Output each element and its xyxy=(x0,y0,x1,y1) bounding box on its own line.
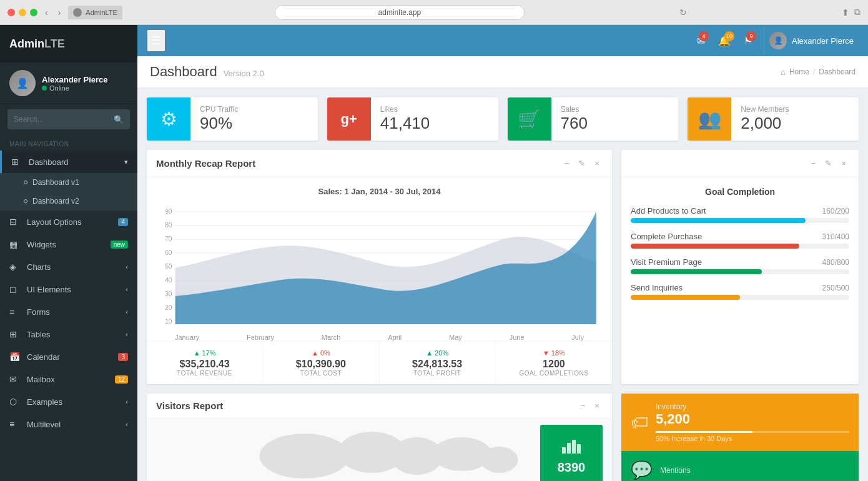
inventory-progress-bar xyxy=(656,431,752,433)
cards-row: Monthly Recap Report − ✎ × Sales: 1 Jan,… xyxy=(147,150,859,384)
share-button[interactable]: ⬆ xyxy=(842,7,849,17)
goal-completion-header: − ✎ × xyxy=(621,150,859,177)
revenue-trend: ▲ 17% xyxy=(156,349,253,357)
inventory-progress xyxy=(656,431,849,433)
goal-row-inquiries: Send Inquiries 250/500 xyxy=(631,283,849,292)
stat-value-sales: 760 xyxy=(561,114,669,133)
nav-user[interactable]: 👤 Alexander Pierce xyxy=(764,27,859,54)
new-tab-button[interactable]: ⧉ xyxy=(854,7,861,17)
sidebar-item-forms[interactable]: ≡ Forms ‹ xyxy=(0,300,137,323)
stat-label-sales: Sales xyxy=(561,105,669,114)
goal-completion-heading: Goal Completion xyxy=(631,187,849,197)
search-icon[interactable]: 🔍 xyxy=(114,115,124,124)
bell-badge: 10 xyxy=(724,31,734,41)
sidebar-item-dashboard-v1[interactable]: Dashboard v1 xyxy=(0,173,137,192)
sidebar-item-calendar[interactable]: 📅 Calendar 3 xyxy=(0,345,137,368)
cost-amount: $10,390.90 xyxy=(272,359,369,370)
calendar-icon: 📅 xyxy=(9,352,22,362)
goal-item-premium: Visit Premium Page 480/800 xyxy=(631,257,849,274)
minimize-button[interactable] xyxy=(19,9,26,16)
sidebar-item-multilevel[interactable]: ≡ Multilevel ‹ xyxy=(0,413,137,435)
minimize-card-button[interactable]: − xyxy=(561,157,573,169)
address-bar[interactable]: adminlte.app xyxy=(275,5,525,20)
forms-icon: ≡ xyxy=(9,307,22,317)
sidebar-menu: ⊞ Dashboard ▾ Dashboard v1 Dashboard v2 … xyxy=(0,151,137,481)
sidebar-section-title: MAIN NAVIGATION xyxy=(0,134,137,151)
minimize-goal-button[interactable]: − xyxy=(808,157,819,169)
visitors-header: Visitors Report − × xyxy=(147,394,612,419)
tag-icon: 🏷 xyxy=(631,412,648,433)
goal-completion-body: Goal Completion Add Products to Cart 160… xyxy=(621,177,859,318)
svg-text:80: 80 xyxy=(165,222,172,229)
goal-bar-purchase xyxy=(631,244,849,249)
goal-item-purchase: Complete Purchase 310/400 xyxy=(631,232,849,249)
submenu-dot-icon xyxy=(24,181,27,184)
mail-button[interactable]: ✉ 4 xyxy=(692,30,710,52)
minimize-visitors-button[interactable]: − xyxy=(578,400,589,412)
svg-rect-23 xyxy=(562,447,566,454)
chevron-left-icon: ‹ xyxy=(126,398,128,405)
monthly-recap-body: Sales: 1 Jan, 2014 - 30 Jul, 2014 xyxy=(147,177,612,341)
url-text: adminlte.app xyxy=(378,8,422,17)
sidebar-item-mailbox[interactable]: ✉ Mailbox 12 xyxy=(0,368,137,390)
traffic-lights xyxy=(7,9,37,16)
svg-point-18 xyxy=(260,434,350,479)
stat-icon-likes: g+ xyxy=(327,97,371,141)
sidebar-item-tables[interactable]: ⊞ Tables ‹ xyxy=(0,323,137,345)
mentions-card: 💬 Mentions xyxy=(621,451,859,481)
completions-desc: GOAL COMPLETIONS xyxy=(505,370,603,377)
breadcrumb: ⌂ Home / Dashboard xyxy=(781,67,856,77)
stat-info-cpu: CPU Traffic 90% xyxy=(190,97,318,141)
app-wrapper: AdminLTE 👤 Alexander Pierce Online 🔍 MAI… xyxy=(0,25,868,481)
completions-trend: ▼ 18% xyxy=(505,349,603,357)
inventory-card: 🏷 Inventory 5,200 50% Increase in 30 Day… xyxy=(621,394,859,451)
stat-info-members: New Members 2,000 xyxy=(731,97,859,141)
main-content: ☰ ✉ 4 🔔 10 ⚑ 9 👤 Alexander Pierce xyxy=(137,25,868,481)
browser-tab[interactable]: AdminLTE xyxy=(68,6,122,19)
sidebar-item-dashboard[interactable]: ⊞ Dashboard ▾ xyxy=(0,151,137,173)
page-title-area: Dashboard Version 2.0 xyxy=(150,64,264,80)
submenu-dot-icon xyxy=(24,199,27,203)
inventory-label: Inventory xyxy=(656,402,849,411)
maximize-button[interactable] xyxy=(30,9,37,16)
sidebar-item-examples[interactable]: ⬡ Examples ‹ xyxy=(0,390,137,413)
dashboard-icon: ⊞ xyxy=(11,157,24,167)
close-card-button[interactable]: × xyxy=(591,157,603,169)
stat-label-likes: Likes xyxy=(380,105,489,114)
sidebar-item-widgets[interactable]: ▦ Widgets new xyxy=(0,233,137,255)
sidebar-search-area: 🔍 xyxy=(0,104,137,134)
hamburger-button[interactable]: ☰ xyxy=(147,29,165,52)
refresh-button[interactable]: ↻ xyxy=(677,6,689,19)
sidebar-item-layout[interactable]: ⊟ Layout Options 4 xyxy=(0,211,137,233)
goal-row-cart: Add Products to Cart 160/200 xyxy=(631,206,849,216)
stat-box-sales: 🛒 Sales 760 xyxy=(508,97,679,141)
goal-value-inquiries: 250/500 xyxy=(822,284,849,292)
sidebar-item-charts[interactable]: ◈ Charts ‹ xyxy=(0,255,137,278)
stat-completions: ▼ 18% 1200 GOAL COMPLETIONS xyxy=(496,342,612,384)
edit-card-button[interactable]: ✎ xyxy=(575,157,588,169)
close-visitors-button[interactable]: × xyxy=(591,400,603,412)
goal-label-purchase: Complete Purchase xyxy=(631,232,702,241)
chevron-left-icon: ‹ xyxy=(126,263,128,270)
visitors-report-card: Visitors Report − × xyxy=(147,394,612,481)
bell-button[interactable]: 🔔 10 xyxy=(713,30,736,52)
goal-bar-premium xyxy=(631,269,849,274)
sidebar-item-ui[interactable]: ◻ UI Elements ‹ xyxy=(0,278,137,300)
monthly-recap-card: Monthly Recap Report − ✎ × Sales: 1 Jan,… xyxy=(147,150,612,384)
back-button[interactable]: ‹ xyxy=(42,6,51,19)
search-box[interactable]: 🔍 xyxy=(7,109,130,129)
svg-rect-26 xyxy=(577,444,581,454)
stat-cost: ▲ 0% $10,390.90 TOTAL COST xyxy=(263,342,379,384)
sidebar-item-dashboard-v2[interactable]: Dashboard v2 xyxy=(0,192,137,211)
forward-button[interactable]: › xyxy=(56,6,64,19)
nav-user-avatar: 👤 xyxy=(769,32,787,49)
tables-icon: ⊞ xyxy=(9,329,22,339)
edit-goal-button[interactable]: ✎ xyxy=(822,157,835,169)
chevron-down-icon: ▾ xyxy=(124,158,128,166)
search-input[interactable] xyxy=(14,115,114,124)
close-goal-button[interactable]: × xyxy=(838,157,849,169)
close-button[interactable] xyxy=(7,9,15,16)
goal-completion-title xyxy=(631,158,633,169)
flag-button[interactable]: ⚑ 9 xyxy=(739,30,757,52)
goal-item-cart: Add Products to Cart 160/200 xyxy=(631,206,849,223)
